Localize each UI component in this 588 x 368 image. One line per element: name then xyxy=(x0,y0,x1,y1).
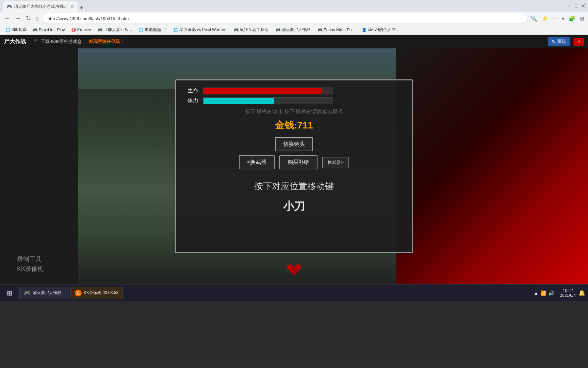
window-minimize-button[interactable]: ─ xyxy=(568,2,572,10)
buy-supply-button[interactable]: 购买补给 xyxy=(279,155,317,169)
taskbar-game-icon: 🎮 xyxy=(24,290,31,296)
network-icon[interactable]: 📶 xyxy=(540,290,546,296)
bookmarks-bar: 🌐 360翻译 🎮 Bloxd.io - Play 🎯 Krunker 🎮 《非… xyxy=(0,25,588,35)
bookmark-360-label: 360翻译 xyxy=(12,27,27,33)
bookmark-baoli[interactable]: 🌐 暴力迪吧 vs Pixel Warfare: xyxy=(170,26,230,33)
taskbar-kk-icon: K xyxy=(75,290,82,296)
dropdown-button[interactable]: ▾ xyxy=(560,14,566,23)
bg-right xyxy=(396,48,588,284)
bookmark-xiaomie-icon: 🎮 xyxy=(276,28,281,32)
header-download: 📱 下载4399手机游戏盒， 好玩手游任你玩！ xyxy=(33,39,124,45)
money-value: 711 xyxy=(297,120,313,131)
more-options-button[interactable]: ⋯ xyxy=(551,14,559,23)
weapon-name: 小刀 xyxy=(283,199,305,214)
hp-bar-background xyxy=(203,88,332,94)
taskbar: ⊞ 🎮 消灭僵尸大作战... K KK录像机 00:03:53 ▲ 📶 🔊 10… xyxy=(0,284,588,301)
back-button[interactable]: ← xyxy=(3,14,12,24)
money-display: 金钱:711 xyxy=(275,119,313,132)
window-close-button[interactable]: ✕ xyxy=(581,3,585,9)
tab-close-button[interactable]: ✕ xyxy=(70,4,74,9)
watermark-line2: KK录像机 xyxy=(17,264,44,274)
bookmark-x5674-icon: 👤 xyxy=(362,28,367,32)
taskbar-item-kk[interactable]: K KK录像机 00:03:53 xyxy=(70,287,123,299)
tab-bar: 🎮 消灭僵尸大作战小游戏,在线玩 ✕ + xyxy=(3,0,83,12)
replay-button[interactable]: ↻ 重玩 xyxy=(548,37,570,46)
bookmark-fengkuang-icon: 🎮 xyxy=(234,28,239,32)
taskbar-game-label: 消灭僵尸大作战... xyxy=(33,290,65,296)
site-logo: 尸大作战 xyxy=(4,38,26,45)
site-header: 尸大作战 📱 下载4399手机游戏盒， 好玩手游任你玩！ ↻ 重玩 ↗ xyxy=(0,35,588,48)
game-area[interactable]: 录制工具 KK录像机 生命: 体力: 按下'鼠标左'攻击 按下'鼠标右'切换攻击… xyxy=(0,48,588,284)
hp-bar-fill xyxy=(203,88,322,94)
grid-button[interactable]: ⊞ xyxy=(578,14,585,23)
taskbar-up-arrow[interactable]: ▲ xyxy=(534,290,538,296)
bookmark-pipi-icon: 🌐 xyxy=(138,28,144,32)
switch-camera-button[interactable]: 切换镜头 xyxy=(275,137,313,151)
bookmark-feizhanren-label: 《非人者》从… xyxy=(104,27,132,33)
bookmark-feizhanren[interactable]: 🎮 《非人者》从… xyxy=(95,26,135,33)
nav-right-icons: 🔍 ⚡ ⋯ ▾ 🧩 ⊞ xyxy=(529,14,585,23)
weapon-btn-row: <换武器 购买补给 换武器> xyxy=(239,155,349,169)
taskbar-divider-2 xyxy=(557,288,557,298)
taskbar-kk-label: KK录像机 00:03:53 xyxy=(84,290,118,296)
header-right: ↻ 重玩 ↗ xyxy=(548,37,584,46)
active-tab[interactable]: 🎮 消灭僵尸大作战小游戏,在线玩 ✕ xyxy=(3,1,78,12)
forward-button[interactable]: → xyxy=(14,14,22,24)
sys-tray-icons: ▲ 📶 🔊 xyxy=(534,290,554,296)
bookmark-krunker[interactable]: 🎯 Krunker xyxy=(68,27,94,33)
mp-bar-background xyxy=(203,97,332,104)
search-icon-button[interactable]: 🔍 xyxy=(529,14,539,23)
bookmark-xiaomie[interactable]: 🎮 消灭僵尸大作战: xyxy=(273,26,314,33)
taskbar-item-game[interactable]: 🎮 消灭僵尸大作战... xyxy=(19,287,69,299)
bg-left xyxy=(0,48,78,284)
bookmark-pipi[interactable]: 🌐 啪啪啪啪（'- xyxy=(136,26,170,33)
mp-label: 体力: xyxy=(183,97,200,104)
bookmark-x5674[interactable]: 👤 x5674的个人空… xyxy=(359,26,402,33)
volume-icon[interactable]: 🔊 xyxy=(548,290,554,296)
switch-weapon-right-button[interactable]: 换武器> xyxy=(322,157,349,168)
taskbar-clock[interactable]: 10:22 2021/6/4 xyxy=(560,288,576,298)
tab-favicon: 🎮 xyxy=(7,4,12,9)
bookmark-xiaomie-label: 消灭僵尸大作战: xyxy=(282,27,311,33)
share-button[interactable]: ↗ xyxy=(573,38,584,46)
bookmark-bloxd-label: Bloxd.io - Play xyxy=(39,28,65,32)
bookmark-fengkuang[interactable]: 🎮 疯狂互动半条命: xyxy=(231,26,272,33)
browser-chrome: 🎮 消灭僵尸大作战小游戏,在线玩 ✕ + ─ □ ✕ ← → ↻ ⌂ 🔍 ⚡ ⋯… xyxy=(0,0,588,35)
hp-label: 生命: xyxy=(183,87,200,94)
replay-label: 重玩 xyxy=(557,39,566,45)
bookmark-friday-icon: 🎮 xyxy=(317,28,323,32)
taskbar-time: 10:22 xyxy=(560,288,576,293)
bookmark-friday-label: Friday Night Fu… xyxy=(324,28,356,32)
notification-icon[interactable]: 🔔 xyxy=(578,290,585,296)
extensions-button[interactable]: 🧩 xyxy=(567,14,577,23)
watermark-line1: 录制工具 xyxy=(17,254,44,264)
tab-title: 消灭僵尸大作战小游戏,在线玩 xyxy=(14,4,68,10)
bookmark-krunker-label: Krunker xyxy=(77,28,92,32)
lightning-icon-button[interactable]: ⚡ xyxy=(540,14,550,23)
bookmark-bloxd[interactable]: 🎮 Bloxd.io - Play xyxy=(30,27,68,33)
switch-weapon-left-button[interactable]: <换武器 xyxy=(239,155,275,169)
guide-text: 按下对应位置移动键 xyxy=(254,180,334,192)
refresh-button[interactable]: ↻ xyxy=(24,13,32,24)
bookmark-pipi-label: 啪啪啪啪（'- xyxy=(145,27,167,33)
bookmark-friday[interactable]: 🎮 Friday Night Fu… xyxy=(315,27,358,33)
address-bar[interactable] xyxy=(43,13,527,24)
title-bar: 🎮 消灭僵尸大作战小游戏,在线玩 ✕ + ─ □ ✕ xyxy=(0,0,588,12)
nav-bar: ← → ↻ ⌂ 🔍 ⚡ ⋯ ▾ 🧩 ⊞ xyxy=(0,12,588,25)
heart-logo xyxy=(285,261,303,281)
bookmark-360[interactable]: 🌐 360翻译 xyxy=(3,26,29,33)
hint-text: 按下'鼠标左'攻击 按下'鼠标右'切换攻击模式 xyxy=(245,108,343,115)
add-tab-button[interactable]: + xyxy=(80,4,83,12)
mp-bar-fill xyxy=(203,98,274,104)
bookmark-krunker-icon: 🎯 xyxy=(71,28,76,32)
bookmark-baoli-icon: 🌐 xyxy=(173,28,178,32)
start-button[interactable]: ⊞ xyxy=(3,287,16,299)
bookmark-baoli-label: 暴力迪吧 vs Pixel Warfare: xyxy=(179,27,228,33)
home-button[interactable]: ⌂ xyxy=(34,14,41,24)
window-maximize-button[interactable]: □ xyxy=(575,3,578,9)
mp-row: 体力: xyxy=(183,97,405,104)
start-icon: ⊞ xyxy=(7,289,13,297)
taskbar-date: 2021/6/4 xyxy=(560,293,576,298)
game-panel: 生命: 体力: 按下'鼠标左'攻击 按下'鼠标右'切换攻击模式 金钱:711 切… xyxy=(175,79,413,253)
bookmark-fengkuang-label: 疯狂互动半条命: xyxy=(240,27,270,33)
